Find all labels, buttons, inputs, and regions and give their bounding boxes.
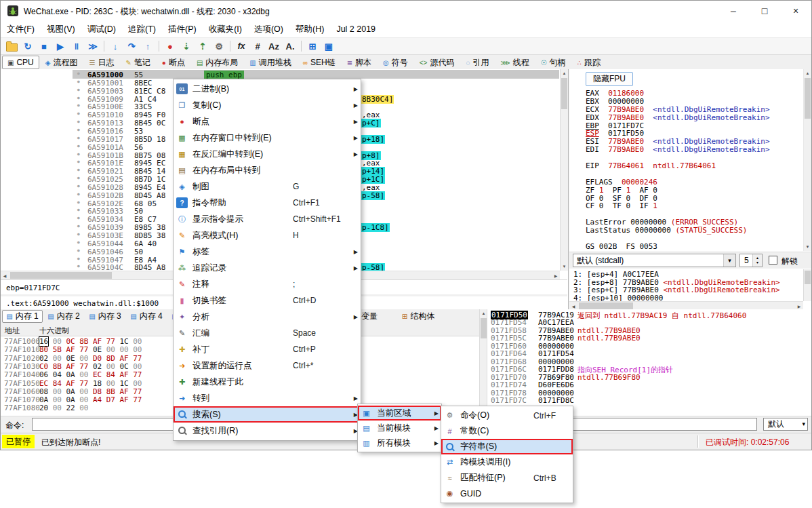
tab-script[interactable]: ≣脚本 (342, 56, 377, 69)
breakpoint-dot[interactable]: ● (77, 207, 80, 212)
options-menu[interactable]: 选项(O) (248, 22, 289, 37)
breakpoint-dot[interactable]: ● (77, 87, 80, 92)
assemble-menu-item[interactable]: ✎汇编Space (174, 325, 361, 341)
tab-struct[interactable]: ⊞结构体 (393, 310, 443, 323)
tab-log[interactable]: ☰日志 (84, 56, 120, 69)
scroll-right-arrow[interactable]: ▶ (552, 271, 560, 279)
scroll-left-arrow[interactable]: ◀ (1, 271, 9, 279)
breakpoint-dot[interactable]: ● (77, 167, 80, 172)
analysis-menu-item[interactable]: ✦分析▶ (174, 309, 361, 325)
preferences-font-icon[interactable]: A. (282, 39, 298, 53)
scroll-thumb[interactable] (481, 318, 487, 338)
tab-memory-3[interactable]: ▤内存 3 (85, 310, 125, 323)
stack-row[interactable]: 0171FD6000000000 (488, 342, 811, 349)
trace-record-menu-item[interactable]: ⁂追踪记录▶ (174, 260, 361, 276)
tab-graph[interactable]: ◈流程图 (40, 56, 83, 69)
tab-memory-map[interactable]: ▤内存布局 (191, 56, 243, 69)
fx-icon[interactable]: fx (233, 39, 249, 53)
scroll-thumb[interactable] (805, 78, 811, 119)
breakpoint-dot[interactable]: ● (77, 127, 80, 132)
tab-call-stack[interactable]: ▥调用堆栈 (244, 56, 296, 69)
stack-row[interactable]: 0171FD54A0C17EEA (488, 318, 811, 326)
arguments-scrollbar[interactable] (803, 269, 811, 301)
stack-row[interactable]: 0171FD7077B69F80ntdll.77B69F80 (488, 373, 811, 380)
tab-seh[interactable]: ∞SEH链 (298, 56, 341, 69)
find-references-menu-item[interactable]: 查找引用(R)▶ (174, 423, 361, 439)
spin-up-icon[interactable]: ▴ (756, 256, 758, 260)
stack-row[interactable]: 0171FD6800000000 (488, 357, 811, 365)
step-out-icon[interactable]: ↑ (140, 39, 156, 53)
highlight-mode-menu-item[interactable]: ✎高亮模式(H)H (174, 227, 361, 243)
search-menu-item[interactable]: 搜索(S)▶ (174, 406, 361, 423)
step-over-icon[interactable]: ↷ (123, 39, 140, 53)
plugins-menu[interactable]: 插件(P) (162, 22, 203, 37)
step-into-icon[interactable]: ↓ (107, 39, 123, 53)
tab-threads[interactable]: ⋙线程 (495, 56, 534, 69)
current-region-menu-item[interactable]: ▣当前区域▶ (358, 406, 441, 421)
dump-vertical-scrollbar[interactable]: ▲ ▼ (479, 309, 487, 416)
chevron-down-icon[interactable]: ▾ (723, 254, 735, 267)
search-strings-menu-item[interactable]: 字符串(S) (441, 439, 573, 454)
close-button[interactable]: × (780, 1, 811, 21)
goto-menu-item[interactable]: ➜转到▶ (174, 390, 361, 406)
new-thread-here-menu-item[interactable]: ✚新建线程于此 (174, 374, 361, 390)
restart-icon[interactable]: ↻ (20, 39, 36, 53)
goto-memory-map-menu-item[interactable]: ▤在内存布局中转到 (174, 162, 361, 178)
breakpoint-dot[interactable]: ● (77, 223, 80, 228)
breakpoint-dot[interactable]: ● (77, 175, 80, 180)
breakpoint-dot[interactable]: ● (77, 239, 80, 244)
tab-cpu[interactable]: ▣CPU (2, 56, 39, 69)
instruction-help-menu-item[interactable]: ?指令帮助Ctrl+F1 (174, 195, 361, 211)
settings-gear-icon[interactable]: ⚙ (211, 39, 227, 53)
search-pattern-menu-item[interactable]: ≈匹配特征(P)Ctrl+B (441, 470, 573, 486)
tab-notes[interactable]: ✎笔记 (120, 56, 155, 69)
patches-hash-icon[interactable]: # (249, 39, 266, 53)
tab-symbols[interactable]: ◎符号 (378, 56, 413, 69)
spin-down-icon[interactable]: ▾ (756, 260, 758, 265)
open-file-button[interactable] (3, 39, 20, 53)
comment-menu-item[interactable]: ✎注释; (174, 276, 361, 292)
label-menu-item[interactable]: ⚑标签▶ (174, 243, 361, 260)
copy-menu-item[interactable]: ❐复制(C)▶ (174, 97, 361, 113)
breakpoint-dot[interactable]: ● (77, 71, 80, 75)
search-command-menu-item[interactable]: ⚙命令(O)Ctrl+F (441, 408, 573, 423)
command-profile-select[interactable]: 默认 ▾ (763, 418, 808, 431)
tab-source[interactable]: <>源代码 (414, 56, 460, 69)
stack-row[interactable]: 0171FD74D60FE6D6 (488, 380, 811, 388)
breakpoint-menu-item[interactable]: ●断点▶ (174, 113, 361, 130)
stack-row[interactable]: 0171FD5C77B9ABE0ntdll.77B9ABE0 (488, 334, 811, 341)
scroll-up-arrow[interactable]: ▲ (561, 69, 568, 77)
hide-fpu-button[interactable]: 隐藏FPU (586, 72, 633, 86)
search-intermodular-calls-menu-item[interactable]: ⇄跨模块调用(I) (441, 454, 573, 470)
scroll-up-arrow[interactable]: ▲ (804, 69, 811, 77)
stack-row[interactable]: 0171FD6C0171FDD8指向SEH_Record[1]的指针 (488, 365, 811, 372)
breakpoint-dot[interactable]: ● (77, 143, 80, 148)
graph-menu-item[interactable]: ◈制图G (174, 178, 361, 195)
calculator-icon[interactable]: ⊞ (304, 39, 321, 53)
strings-az-icon[interactable]: Az (266, 39, 282, 53)
view-menu[interactable]: 视图(V) (41, 22, 81, 37)
scroll-thumb[interactable] (805, 271, 811, 284)
binary-menu-item[interactable]: 01二进制(B)▶ (174, 81, 361, 97)
scroll-thumb[interactable] (561, 78, 567, 109)
trace-into-icon[interactable]: ⇣ (178, 39, 195, 53)
maximize-button[interactable]: □ (749, 1, 780, 21)
breakpoint-dot[interactable]: ● (77, 95, 80, 100)
spinner-buttons[interactable]: ▴▾ (752, 254, 762, 267)
breakpoint-dot[interactable]: ● (77, 199, 80, 204)
search-guid-menu-item[interactable]: ◉GUID (441, 486, 573, 501)
breakpoint-dot[interactable]: ● (77, 183, 80, 188)
breakpoint-dot[interactable]: ● (77, 231, 80, 236)
patch-menu-item[interactable]: ✚补丁Ctrl+P (174, 341, 361, 357)
scroll-thumb[interactable] (10, 272, 112, 279)
breakpoint-dot[interactable]: ● (77, 79, 80, 83)
scroll-up-arrow[interactable]: ▲ (480, 309, 487, 317)
current-module-menu-item[interactable]: ▤当前模块▶ (358, 421, 441, 435)
breakpoint-dot[interactable]: ● (77, 111, 80, 115)
tab-breakpoints[interactable]: ●断点 (157, 56, 190, 69)
trace-over-icon[interactable]: ⇡ (195, 39, 211, 53)
arg-count-spinner[interactable]: 5 ▴▾ (739, 254, 763, 267)
breakpoint-dot[interactable]: ● (77, 256, 80, 260)
stop-icon[interactable]: ■ (36, 39, 52, 53)
toggle-bookmark-menu-item[interactable]: ▮切换书签Ctrl+D (174, 292, 361, 309)
